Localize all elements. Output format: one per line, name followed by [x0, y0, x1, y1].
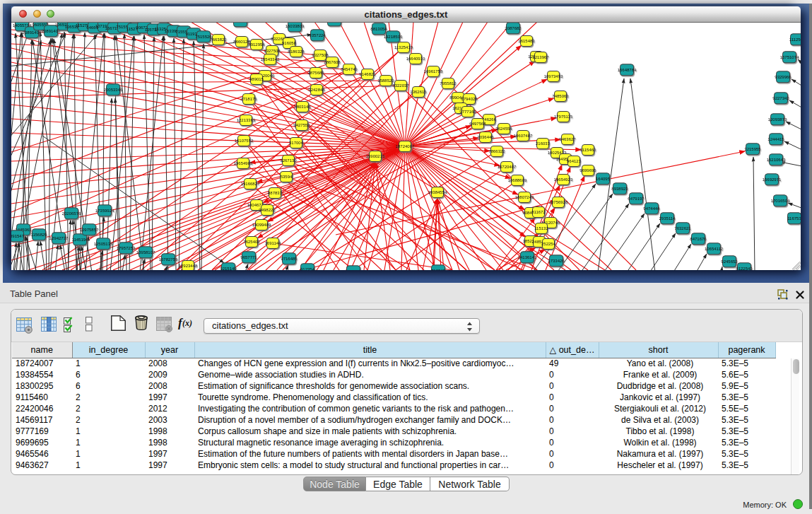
svg-text:216033: 216033 [536, 141, 551, 146]
svg-text:15900215: 15900215 [366, 154, 385, 158]
svg-text:1588520: 1588520 [377, 78, 394, 83]
svg-text:1733426: 1733426 [548, 259, 565, 263]
svg-text:1156829: 1156829 [31, 233, 48, 237]
svg-text:8912954: 8912954 [248, 42, 265, 47]
svg-text:14136141: 14136141 [518, 255, 537, 259]
svg-text:20053346: 20053346 [104, 88, 123, 92]
svg-text:19654985: 19654985 [234, 161, 253, 165]
svg-text:10973493: 10973493 [544, 74, 563, 78]
svg-text:989015: 989015 [249, 77, 264, 81]
svg-text:1615483: 1615483 [518, 39, 535, 43]
svg-text:1213967: 1213967 [532, 55, 549, 59]
svg-text:16210643: 16210643 [767, 158, 786, 162]
svg-text:17016504: 17016504 [771, 199, 790, 203]
svg-text:9463627: 9463627 [559, 137, 576, 141]
svg-text:9474444: 9474444 [643, 206, 660, 211]
svg-text:10543342: 10543342 [261, 57, 280, 62]
svg-text:3624554: 3624554 [495, 127, 512, 131]
svg-text:17975115: 17975115 [554, 115, 573, 119]
svg-text:9242848: 9242848 [308, 88, 325, 92]
svg-text:19654923: 19654923 [554, 177, 573, 182]
svg-text:12923448: 12923448 [179, 264, 198, 268]
svg-text:16033809: 16033809 [286, 24, 305, 28]
svg-text:7866322: 7866322 [488, 149, 505, 153]
svg-text:10975857: 10975857 [80, 228, 99, 232]
svg-text:164095: 164095 [596, 177, 611, 181]
svg-text:16640910: 16640910 [406, 57, 425, 61]
svg-text:811672: 811672 [531, 210, 546, 214]
svg-text:1362615: 1362615 [410, 90, 427, 94]
svg-text:9357224: 9357224 [309, 33, 326, 37]
svg-text:53594: 53594 [281, 175, 293, 179]
svg-text:19218506: 19218506 [384, 35, 403, 39]
svg-text:3215955: 3215955 [744, 147, 761, 151]
svg-text:2036446: 2036446 [477, 135, 494, 139]
svg-text:16782759: 16782759 [159, 257, 178, 262]
svg-text:2935114: 2935114 [659, 216, 676, 221]
svg-text:8122543: 8122543 [736, 267, 753, 270]
svg-text:916058: 916058 [282, 41, 297, 45]
svg-text:712345: 712345 [431, 269, 446, 270]
svg-text:9215149: 9215149 [220, 267, 237, 270]
svg-text:9427552: 9427552 [293, 123, 310, 127]
svg-text:2718176: 2718176 [240, 97, 257, 101]
svg-text:115132: 115132 [534, 226, 548, 230]
svg-text:15720407: 15720407 [498, 165, 517, 169]
svg-text:10688609: 10688609 [508, 178, 527, 182]
svg-text:1145194: 1145194 [72, 238, 89, 242]
svg-text:8454749: 8454749 [341, 67, 358, 71]
svg-text:12942737: 12942737 [49, 236, 69, 240]
svg-text:6497568: 6497568 [469, 122, 486, 126]
svg-text:9716485: 9716485 [281, 257, 298, 261]
svg-text:9327508: 9327508 [264, 49, 281, 53]
svg-text:9227342: 9227342 [772, 96, 789, 100]
svg-text:12093873: 12093873 [768, 117, 787, 122]
svg-text:8938923: 8938923 [611, 187, 628, 191]
svg-text:10756928: 10756928 [549, 200, 568, 204]
svg-text:20891406: 20891406 [23, 30, 42, 35]
svg-text:10654112: 10654112 [705, 247, 724, 251]
svg-text:17957253: 17957253 [117, 246, 136, 250]
svg-text:16961758: 16961758 [424, 69, 443, 74]
svg-text:(x): (x) [182, 318, 192, 328]
svg-text:391547: 391547 [11, 234, 25, 238]
svg-text:7625402: 7625402 [243, 240, 260, 244]
svg-text:2087682: 2087682 [505, 26, 522, 30]
svg-text:18724007: 18724007 [396, 144, 415, 148]
svg-text:19384554: 19384554 [428, 190, 447, 194]
svg-text:817265: 817265 [346, 269, 361, 270]
svg-text:9498222: 9498222 [259, 208, 276, 212]
svg-text:7632621: 7632621 [674, 226, 691, 230]
svg-text:20206576: 20206576 [62, 211, 81, 216]
svg-text:9657771: 9657771 [240, 255, 257, 259]
svg-text:9327508: 9327508 [312, 53, 329, 57]
svg-text:252254: 252254 [541, 242, 556, 246]
svg-text:7485063: 7485063 [552, 94, 569, 98]
svg-text:16107552: 16107552 [235, 139, 254, 143]
svg-text:1112503: 1112503 [789, 37, 801, 42]
svg-text:12213369: 12213369 [237, 118, 256, 122]
svg-text:317004: 317004 [289, 141, 304, 145]
svg-text:6479197: 6479197 [628, 197, 645, 201]
svg-text:1691144: 1691144 [265, 241, 282, 245]
svg-text:964123: 964123 [567, 159, 582, 163]
svg-text:10958107: 10958107 [136, 250, 155, 255]
svg-text:116753: 116753 [787, 216, 801, 221]
svg-text:3267130: 3267130 [280, 158, 297, 163]
svg-text:9777169: 9777169 [459, 110, 476, 114]
svg-text:18807249: 18807249 [515, 195, 534, 199]
svg-text:8186328: 8186328 [288, 49, 305, 54]
svg-text:912354: 912354 [300, 267, 315, 270]
svg-text:19166827: 19166827 [241, 182, 260, 186]
svg-text:9699695: 9699695 [579, 168, 596, 173]
svg-text:14099489: 14099489 [252, 223, 271, 227]
svg-text:1244415: 1244415 [767, 137, 784, 141]
svg-text:3875685: 3875685 [307, 71, 324, 75]
svg-text:2867608: 2867608 [324, 60, 341, 64]
svg-text:16648784: 16648784 [618, 68, 637, 72]
svg-text:2803144: 2803144 [294, 105, 311, 109]
svg-text:9146821: 9146821 [359, 72, 376, 76]
svg-text:7955812: 7955812 [440, 81, 457, 86]
svg-text:17359924: 17359924 [95, 209, 114, 213]
svg-text:887833: 887833 [268, 191, 283, 195]
